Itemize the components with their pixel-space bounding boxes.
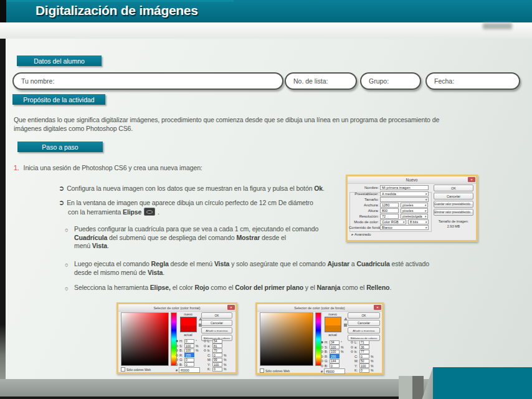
value-input[interactable]: 0 (359, 354, 369, 358)
value-input[interactable]: 100 (359, 363, 369, 368)
chevron-down-icon (424, 198, 427, 201)
bullet-bold: Color del primer plano (235, 284, 303, 291)
value-input[interactable]: 0 (212, 353, 222, 357)
value-label: H: (325, 340, 330, 344)
dialog-button[interactable]: Eliminar valor preestablecido... (434, 209, 473, 216)
value-input[interactable]: 144 (330, 359, 340, 363)
radio-icon[interactable] (321, 355, 323, 358)
radio-icon[interactable] (176, 358, 178, 361)
value-input[interactable]: 0 (184, 362, 194, 367)
value-input[interactable]: 255 (184, 353, 194, 357)
bit-depth-value: 8 bits (410, 220, 418, 224)
web-only-label: Sólo colores Web (126, 368, 151, 372)
group-field[interactable]: Grupo: (360, 72, 421, 90)
bit-depth-dropdown[interactable]: 8 bits (408, 219, 429, 224)
value-row: K:0% (204, 367, 226, 372)
value-row: b:77 (351, 350, 373, 354)
picker-button[interactable]: Cancelar (201, 320, 232, 326)
value-input[interactable]: 99 (212, 358, 222, 362)
color-field[interactable] (121, 312, 169, 366)
radio-icon[interactable] (204, 349, 206, 352)
value-label: G: (179, 358, 184, 362)
dialog-button[interactable]: Guardar valor preestablecido... (434, 201, 473, 208)
value-input[interactable]: 255 (330, 354, 340, 358)
picker-button[interactable]: Añadir a muestras (201, 327, 232, 334)
picker-button[interactable]: OK (348, 312, 380, 319)
bullet-text: desde el (260, 234, 286, 241)
picker-buttons: OKCancelarAñadir a muestrasBibliotecas d… (201, 312, 232, 342)
resolution-unit-dropdown[interactable]: píxeles/pulgada (401, 214, 428, 219)
date-field[interactable]: Fecha: (425, 72, 520, 90)
dialog-button[interactable]: OK (434, 185, 473, 191)
radio-icon[interactable] (176, 363, 178, 366)
value-input[interactable]: 0 (184, 358, 194, 362)
value-input[interactable]: 77 (359, 350, 369, 354)
color-mode-dropdown[interactable]: Color RGB (380, 219, 406, 224)
radio-icon[interactable] (321, 341, 323, 344)
value-input[interactable]: 50 (359, 359, 369, 363)
name-field[interactable]: Tu nombre: (12, 72, 283, 90)
checkbox-icon[interactable] (121, 367, 125, 372)
name-input[interactable]: Mi primera imagen (380, 185, 429, 190)
value-input[interactable]: 100 (330, 350, 340, 354)
radio-icon[interactable] (321, 360, 323, 362)
value-input[interactable]: 54 (212, 339, 222, 344)
preset-dropdown[interactable]: A medida (380, 191, 429, 196)
list-number-field[interactable]: No. de lista: (285, 72, 357, 90)
bullet-text: desde el menú (169, 260, 214, 267)
bullet-text: menú (74, 242, 92, 249)
value-input[interactable]: 70 (212, 349, 222, 353)
radio-icon[interactable] (321, 346, 323, 349)
background-dropdown[interactable]: Blanco (380, 225, 429, 230)
value-input[interactable]: 0 (212, 367, 222, 372)
width-unit-dropdown[interactable]: píxeles (401, 203, 428, 208)
close-icon[interactable]: × (227, 305, 235, 310)
value-input[interactable]: 100 (330, 345, 340, 349)
radio-icon[interactable] (351, 341, 353, 344)
value-row: b:70 (204, 349, 226, 353)
value-label: R: (179, 353, 184, 357)
dialog-button[interactable]: Cancelar (434, 193, 473, 200)
height-input[interactable]: 800 (380, 208, 399, 213)
radio-icon[interactable] (351, 350, 353, 353)
picker-button[interactable]: OK (201, 312, 232, 319)
value-input[interactable]: 0 (359, 368, 369, 373)
value-input[interactable]: 0 (184, 339, 194, 344)
radio-icon[interactable] (176, 349, 178, 352)
height-unit-dropdown[interactable]: píxeles (401, 208, 428, 213)
value-input[interactable]: 100 (212, 362, 222, 367)
picker-button[interactable]: Añadir a muestras (348, 327, 380, 334)
radio-icon[interactable] (204, 340, 206, 342)
web-only-checkbox[interactable]: Sólo colores Web (121, 367, 151, 372)
radio-icon[interactable] (176, 345, 178, 347)
circle-bullet-icon: ○ (65, 284, 69, 293)
hex-input[interactable]: ff0000 (179, 367, 200, 373)
advanced-toggle[interactable]: Avanzado (351, 232, 371, 236)
bullet-text: y solo asegúrate que el comando (229, 260, 327, 267)
close-icon[interactable]: × (374, 305, 381, 310)
color-field[interactable] (260, 312, 313, 366)
close-icon[interactable]: × (468, 177, 475, 182)
picker-button[interactable]: Cancelar (348, 320, 380, 326)
width-input[interactable]: 1280 (380, 203, 399, 208)
image-size-value: 2.93 MB (447, 224, 460, 228)
resolution-input[interactable]: 72 (380, 214, 399, 219)
value-input[interactable]: 36 (359, 345, 369, 349)
dialog-button-label: OK (451, 186, 456, 190)
value-input[interactable]: 71 (359, 340, 369, 345)
radio-icon[interactable] (176, 354, 178, 357)
web-only-checkbox[interactable]: Sólo colores Web (260, 368, 290, 373)
radio-icon[interactable] (176, 340, 178, 342)
value-input[interactable]: 81 (212, 344, 222, 348)
checkbox-icon[interactable] (260, 368, 264, 373)
radio-icon[interactable] (204, 345, 206, 347)
radio-icon[interactable] (321, 365, 323, 367)
row-height: Altura: 800 píxeles (349, 208, 431, 213)
value-input[interactable]: 34 (330, 340, 340, 345)
radio-icon[interactable] (321, 350, 323, 353)
radio-icon[interactable] (351, 346, 353, 349)
value-input[interactable]: 100 (184, 349, 194, 353)
hex-input[interactable]: ff9000 (324, 368, 345, 374)
value-input[interactable]: 0 (330, 363, 340, 368)
value-input[interactable]: 100 (184, 344, 194, 348)
